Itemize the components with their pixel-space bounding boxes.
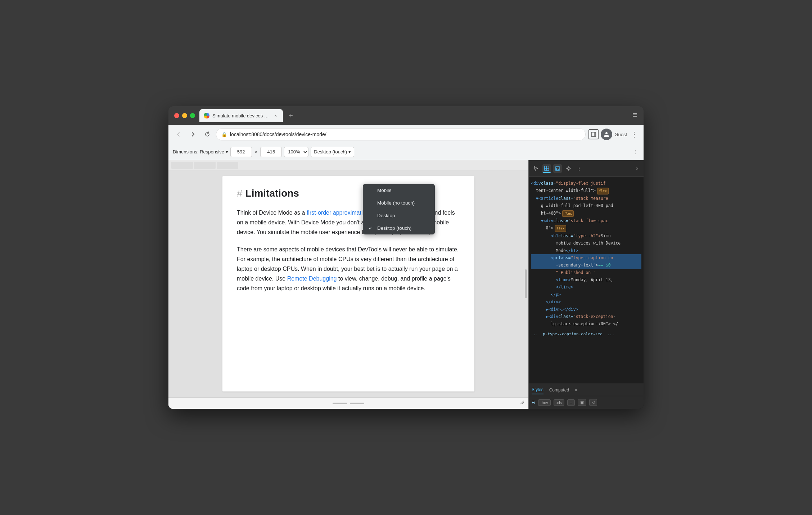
profile-button[interactable] xyxy=(601,129,612,140)
cls-button[interactable]: .cls xyxy=(554,399,565,406)
dropdown-item-desktop[interactable]: Desktop xyxy=(363,209,435,222)
dimension-separator: × xyxy=(255,149,258,154)
remote-debugging-link[interactable]: Remote Debugging xyxy=(287,276,337,282)
tab-title: Simulate mobile devices with D xyxy=(212,113,270,118)
code-line: </div> xyxy=(531,298,641,305)
filter-input[interactable]: Fi xyxy=(532,400,535,405)
code-line: 0">flex xyxy=(531,224,641,232)
sidebar-toggle-button[interactable] xyxy=(588,129,599,139)
drag-handle-2[interactable] xyxy=(350,403,364,404)
devtools-footer: Fi :hov .cls + ▣ ◁ xyxy=(529,396,644,409)
close-traffic-light[interactable] xyxy=(174,113,179,118)
devtools-settings-button[interactable] xyxy=(564,164,573,173)
page-content: # Limitations Think of Device Mode as a … xyxy=(222,176,474,391)
code-line: Mode</h1> xyxy=(531,247,641,254)
svg-point-10 xyxy=(568,167,569,169)
mobile-no-touch-label: Mobile (no touch) xyxy=(377,200,415,206)
minimize-traffic-light[interactable] xyxy=(182,113,187,118)
code-line: ht-400">flex xyxy=(531,210,641,217)
first-order-link[interactable]: first-order approximation xyxy=(307,210,369,216)
paragraph-2: There are some aspects of mobile devices… xyxy=(237,245,460,294)
page-toolbar-strip xyxy=(168,160,528,170)
flex-badge: flex xyxy=(562,210,574,217)
nav-right: Guest ⋮ xyxy=(588,129,639,140)
code-line: " Published on " xyxy=(531,269,641,276)
devtools-more-tabs[interactable]: ⋮ xyxy=(575,164,583,173)
heading-text: Limitations xyxy=(245,188,299,199)
code-line: g width-full pad-left-400 pad xyxy=(531,202,641,209)
height-input[interactable] xyxy=(260,147,282,157)
code-line: <h1 class="type--h2">Simu xyxy=(531,232,641,239)
resize-handle-icon[interactable] xyxy=(519,399,524,406)
styles-tab[interactable]: Styles xyxy=(532,386,543,394)
profile-icon xyxy=(603,131,610,138)
lock-icon: 🔒 xyxy=(221,132,227,137)
dimensions-label[interactable]: Dimensions: Responsive ▾ xyxy=(173,149,228,154)
address-bar[interactable]: 🔒 localhost:8080/docs/devtools/device-mo… xyxy=(216,128,586,140)
devtools-cursor-icon[interactable] xyxy=(532,164,540,173)
back-button[interactable] xyxy=(173,129,184,140)
devtools-console-tab[interactable] xyxy=(553,164,562,173)
desktop-touch-check: ✓ xyxy=(369,225,374,231)
reload-icon xyxy=(204,131,210,137)
reload-button[interactable] xyxy=(202,129,213,140)
dropdown-item-desktop-touch[interactable]: ✓ Desktop (touch) xyxy=(363,222,435,234)
browser-window: Simulate mobile devices with D × + xyxy=(168,106,644,409)
code-selector-line: ... p.type--caption.color-sec ... xyxy=(531,331,641,338)
tab-close-button[interactable]: × xyxy=(273,113,279,118)
drag-handle[interactable] xyxy=(333,403,347,404)
devtools-bar: Dimensions: Responsive ▾ × 100% Desktop … xyxy=(168,144,644,160)
active-tab[interactable]: Simulate mobile devices with D × xyxy=(199,109,283,122)
devtools-code-panel[interactable]: <div class="display-flex justif tent-cen… xyxy=(529,177,644,384)
forward-button[interactable] xyxy=(187,129,199,140)
width-input[interactable] xyxy=(230,147,252,157)
more-tabs-button[interactable]: » xyxy=(575,388,577,393)
svg-point-2 xyxy=(605,132,608,134)
desktop-label: Desktop xyxy=(377,213,395,218)
page-inner[interactable]: # Limitations Think of Device Mode as a … xyxy=(168,170,528,397)
more-button[interactable]: ⋮ xyxy=(629,129,639,139)
code-line: ▶<div>…</div> xyxy=(531,306,641,313)
code-line: lg:stack-exception-700"> </ xyxy=(531,320,641,327)
code-line: <time>Monday, April 13, xyxy=(531,276,641,283)
svg-rect-0 xyxy=(591,132,596,136)
device-selector[interactable]: Desktop (touch) ▾ xyxy=(311,147,354,157)
address-text: localhost:8080/docs/devtools/device-mode… xyxy=(230,131,580,137)
svg-rect-5 xyxy=(545,166,547,168)
nav-bar: 🔒 localhost:8080/docs/devtools/device-mo… xyxy=(168,125,644,144)
inspect-button[interactable]: ▣ xyxy=(578,399,586,406)
title-bar-right xyxy=(632,112,638,119)
code-line: ▶<div class="stack-exception- xyxy=(531,313,641,320)
svg-rect-6 xyxy=(547,166,549,168)
mobile-check xyxy=(369,188,374,193)
main-content: # Limitations Think of Device Mode as a … xyxy=(168,160,644,409)
profile-label: Guest xyxy=(614,132,627,137)
devtools-elements-tab[interactable] xyxy=(542,164,551,173)
devtools-more-options[interactable]: ⋮ xyxy=(632,148,639,156)
code-line-selected[interactable]: <p class="type--caption co xyxy=(531,254,641,261)
devtools-close-button[interactable]: × xyxy=(633,165,641,172)
svg-rect-7 xyxy=(545,168,547,170)
svg-rect-8 xyxy=(547,168,549,170)
code-line: ▼<article class="stack measure xyxy=(531,195,641,202)
new-tab-button[interactable]: + xyxy=(286,111,296,121)
tab-bar: Simulate mobile devices with D × + xyxy=(199,109,628,122)
maximize-traffic-light[interactable] xyxy=(190,113,195,118)
back-panel-button[interactable]: ◁ xyxy=(589,399,597,406)
page-scrollbar[interactable] xyxy=(525,269,527,298)
devtools-header: ⋮ × xyxy=(529,160,644,177)
dropdown-item-mobile-no-touch[interactable]: Mobile (no touch) xyxy=(363,197,435,209)
desktop-check xyxy=(369,213,374,218)
code-line: </time> xyxy=(531,283,641,291)
sidebar-icon xyxy=(591,132,596,137)
tab-favicon-icon xyxy=(204,113,209,118)
zoom-selector[interactable]: 100% xyxy=(284,147,308,157)
mobile-label: Mobile xyxy=(377,188,392,193)
desktop-touch-label: Desktop (touch) xyxy=(377,225,411,231)
dropdown-item-mobile[interactable]: Mobile xyxy=(363,184,435,197)
computed-tab[interactable]: Computed xyxy=(549,386,569,394)
add-rule-button[interactable]: + xyxy=(567,399,574,406)
hov-button[interactable]: :hov xyxy=(538,399,551,406)
para1-before-link: Think of Device Mode as a xyxy=(237,210,307,216)
title-bar: Simulate mobile devices with D × + xyxy=(168,106,644,125)
